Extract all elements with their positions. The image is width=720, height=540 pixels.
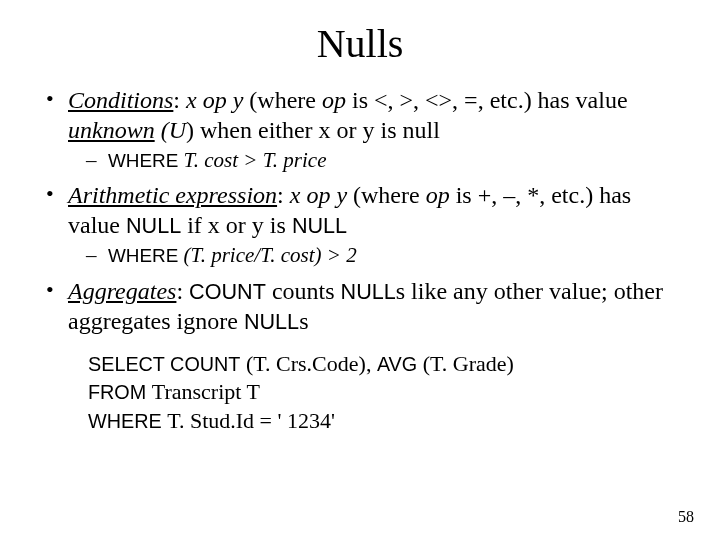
text: :: [277, 182, 290, 208]
text: is <, >, <>, =, etc.) has value: [346, 87, 628, 113]
bullet-label: Arithmetic expression: [68, 182, 277, 208]
sql-block: SELECT COUNT (T. Crs.Code), AVG (T. Grad…: [88, 350, 680, 436]
bullet-label: Aggregates: [68, 278, 176, 304]
where-kw: WHERE: [108, 245, 184, 266]
text: :: [173, 87, 186, 113]
slide-title: Nulls: [40, 20, 680, 67]
text: (where: [347, 182, 426, 208]
bullet-list: Conditions: x op y (where op is <, >, <>…: [40, 85, 680, 336]
where-kw: WHERE: [88, 410, 167, 432]
text: if x or y is: [181, 212, 292, 238]
text: (T. Crs.Code),: [240, 351, 376, 376]
text: (where: [243, 87, 322, 113]
where-kw: WHERE: [108, 150, 184, 171]
text: Transcript T: [152, 379, 260, 404]
page-number: 58: [678, 508, 694, 526]
bullet-arithmetic: Arithmetic expression: x op y (where op …: [40, 180, 680, 269]
where-expr: T. cost > T. price: [184, 148, 327, 172]
count-kw: COUNT: [189, 279, 266, 304]
op: op: [426, 182, 450, 208]
sub-list: WHERE T. cost > T. price: [68, 147, 680, 174]
text: ) when either x or y is null: [186, 117, 440, 143]
op: op: [322, 87, 346, 113]
sql-line-from: FROM Transcript T: [88, 378, 680, 407]
null-kw: NULL: [341, 279, 396, 304]
bullet-aggregates: Aggregates: COUNT counts NULLs like any …: [40, 276, 680, 336]
unknown: unknown: [68, 117, 155, 143]
text: :: [176, 278, 189, 304]
text: (T. Grade): [417, 351, 514, 376]
null-kw: NULL: [292, 213, 347, 238]
bullet-conditions: Conditions: x op y (where op is <, >, <>…: [40, 85, 680, 174]
u-paren: (U: [155, 117, 186, 143]
sub-list: WHERE (T. price/T. cost) > 2: [68, 242, 680, 269]
from-kw: FROM: [88, 381, 152, 403]
bullet-label: Conditions: [68, 87, 173, 113]
where-expr: (T. price/T. cost) > 2: [184, 243, 357, 267]
null-kw: NULL: [126, 213, 181, 238]
expr: x op y: [186, 87, 243, 113]
expr: x op y: [290, 182, 347, 208]
text: s: [299, 308, 308, 334]
sql-line-where: WHERE T. Stud.Id = ' 1234': [88, 407, 680, 436]
null-kw: NULL: [244, 309, 299, 334]
text: T. Stud.Id = ' 1234': [167, 408, 335, 433]
sql-line-select: SELECT COUNT (T. Crs.Code), AVG (T. Grad…: [88, 350, 680, 379]
sub-item: WHERE (T. price/T. cost) > 2: [86, 242, 680, 269]
sub-item: WHERE T. cost > T. price: [86, 147, 680, 174]
text: counts: [266, 278, 341, 304]
avg-kw: AVG: [377, 353, 417, 375]
select-kw: SELECT COUNT: [88, 353, 240, 375]
